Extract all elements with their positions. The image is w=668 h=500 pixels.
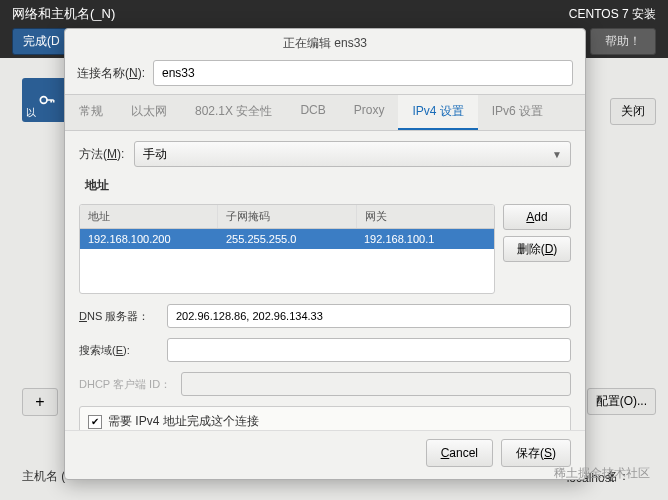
close-button[interactable]: 关闭 <box>610 98 656 125</box>
address-table[interactable]: 地址 子网掩码 网关 192.168.100.200 255.255.255.0… <box>79 204 495 294</box>
hostname-label: 主机名 ( <box>22 468 65 485</box>
search-domain-label: 搜索域(E): <box>79 343 157 358</box>
save-button[interactable]: 保存(S) <box>501 439 571 467</box>
cell-ip: 192.168.100.200 <box>80 229 218 249</box>
configure-button[interactable]: 配置(O)... <box>587 388 656 415</box>
tab-bar: 常规 以太网 802.1X 安全性 DCB Proxy IPv4 设置 IPv6… <box>65 94 585 131</box>
delete-address-button[interactable]: 删除(D) <box>503 236 571 262</box>
help-button[interactable]: 帮助！ <box>590 28 656 55</box>
address-section-label: 地址 <box>85 177 571 194</box>
chevron-down-icon: ▼ <box>552 149 562 160</box>
dialog-title: 正在编辑 ens33 <box>65 29 585 56</box>
require-ipv4-row: ✔ 需要 IPv4 地址完成这个连接 <box>79 406 571 430</box>
cancel-button[interactable]: Cancel <box>426 439 493 467</box>
col-gateway: 网关 <box>357 205 494 228</box>
address-table-header: 地址 子网掩码 网关 <box>80 205 494 229</box>
dhcp-client-id-row: DHCP 客户端 ID： <box>79 372 571 396</box>
dns-row: DNS 服务器： <box>79 304 571 328</box>
dialog-button-row: Cancel 保存(S) <box>65 430 585 479</box>
address-section: 地址 子网掩码 网关 192.168.100.200 255.255.255.0… <box>79 204 571 294</box>
connection-name-input[interactable] <box>153 60 573 86</box>
address-row[interactable]: 192.168.100.200 255.255.255.0 192.168.10… <box>80 229 494 249</box>
require-ipv4-label: 需要 IPv4 地址完成这个连接 <box>108 413 259 430</box>
hostname-suffix: 名： <box>606 468 630 485</box>
add-interface-button[interactable]: + <box>22 388 58 416</box>
dns-input[interactable] <box>167 304 571 328</box>
tab-dcb[interactable]: DCB <box>286 95 339 130</box>
method-label: 方法(M): <box>79 146 124 163</box>
connection-name-label: 连接名称(N): <box>77 65 145 82</box>
cell-mask: 255.255.255.0 <box>218 229 356 249</box>
cell-gateway: 192.168.100.1 <box>356 229 494 249</box>
method-select-value: 手动 <box>143 146 167 163</box>
dhcp-client-id-input <box>181 372 571 396</box>
search-domain-input[interactable] <box>167 338 571 362</box>
method-row: 方法(M): 手动 ▼ <box>79 141 571 167</box>
search-domain-row: 搜索域(E): <box>79 338 571 362</box>
dns-label: DNS 服务器： <box>79 309 157 324</box>
col-address: 地址 <box>80 205 218 228</box>
installer-label: CENTOS 7 安装 <box>569 6 656 23</box>
tab-8021x[interactable]: 802.1X 安全性 <box>181 95 286 130</box>
tab-ipv4[interactable]: IPv4 设置 <box>398 95 477 130</box>
done-button[interactable]: 完成(D <box>12 28 71 55</box>
dhcp-client-id-label: DHCP 客户端 ID： <box>79 377 171 392</box>
tab-ethernet[interactable]: 以太网 <box>117 95 181 130</box>
svg-point-0 <box>40 97 47 104</box>
key-icon <box>37 90 57 110</box>
tab-ipv6[interactable]: IPv6 设置 <box>478 95 557 130</box>
connection-name-row: 连接名称(N): <box>65 56 585 94</box>
tab-proxy[interactable]: Proxy <box>340 95 399 130</box>
ethernet-label-prefix: 以 <box>26 106 36 120</box>
add-address-button[interactable]: Add <box>503 204 571 230</box>
ipv4-tab-content: 方法(M): 手动 ▼ 地址 地址 子网掩码 网关 192.168.100.20… <box>65 131 585 430</box>
address-buttons: Add 删除(D) <box>503 204 571 294</box>
edit-connection-dialog: 正在编辑 ens33 连接名称(N): 常规 以太网 802.1X 安全性 DC… <box>64 28 586 480</box>
require-ipv4-checkbox[interactable]: ✔ <box>88 415 102 429</box>
col-netmask: 子网掩码 <box>218 205 356 228</box>
installer-header: 网络和主机名(_N) CENTOS 7 安装 <box>0 0 668 28</box>
tab-general[interactable]: 常规 <box>65 95 117 130</box>
page-title: 网络和主机名(_N) <box>12 5 115 23</box>
method-select[interactable]: 手动 ▼ <box>134 141 571 167</box>
